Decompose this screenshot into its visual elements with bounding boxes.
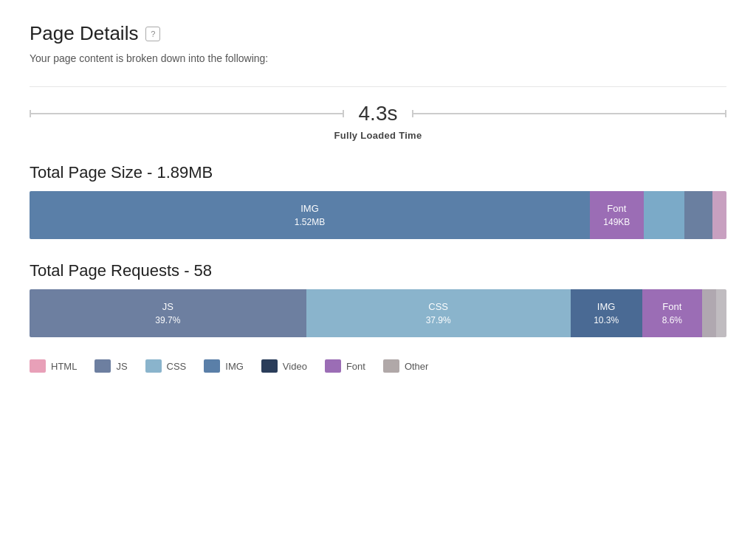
bar-segment — [684, 191, 712, 239]
bar-segment: Font8.6% — [642, 289, 702, 337]
bar-segment-label: CSS — [428, 300, 448, 314]
bar-segment — [712, 191, 726, 239]
legend-item: JS — [94, 359, 127, 373]
bar-segment: Font149KB — [590, 191, 644, 239]
bar-segment-value: 8.6% — [662, 314, 682, 327]
timeline-section: 4.3s Fully Loaded Time — [30, 102, 726, 141]
timeline-label: Fully Loaded Time — [30, 130, 726, 141]
bar-segment-value: 1.52MB — [295, 215, 325, 229]
top-divider — [30, 86, 726, 87]
bar-segment-label: JS — [162, 300, 173, 314]
legend-label: Font — [346, 361, 365, 372]
bar-segment: CSS37.9% — [306, 289, 571, 337]
page-size-chart: IMG1.52MBFont149KB — [30, 191, 726, 239]
legend-swatch — [204, 359, 220, 373]
legend-item: HTML — [30, 359, 77, 373]
bar-segment — [716, 289, 726, 337]
timeline-line-left — [30, 113, 344, 114]
bar-segment-label: Font — [607, 201, 626, 216]
subtitle: Your page content is broken down into th… — [30, 52, 726, 64]
timeline-bar: 4.3s — [30, 102, 726, 125]
bar-segment — [644, 191, 685, 239]
bar-segment: IMG1.52MB — [30, 191, 590, 239]
timeline-value: 4.3s — [344, 102, 413, 125]
page-title-row: Page Details ? — [30, 22, 726, 45]
legend-swatch — [145, 359, 162, 373]
page-requests-chart: JS39.7%CSS37.9%IMG10.3%Font8.6% — [30, 289, 726, 337]
legend-item: Video — [261, 359, 307, 373]
legend-item: Other — [383, 359, 429, 373]
legend-swatch — [383, 359, 399, 373]
legend-item: CSS — [145, 359, 187, 373]
bar-segment-label: IMG — [597, 300, 616, 314]
legend-item: Font — [325, 359, 365, 373]
legend-swatch — [325, 359, 341, 373]
legend-label: Other — [405, 361, 429, 372]
bar-segment-label: IMG — [300, 201, 319, 216]
bar-segment-value: 10.3% — [594, 314, 619, 327]
legend-swatch — [94, 359, 111, 373]
timeline-line-right — [412, 113, 726, 114]
bar-segment-value: 39.7% — [155, 314, 180, 327]
legend-label: IMG — [225, 361, 244, 372]
bar-segment-label: Font — [662, 300, 681, 314]
legend-swatch — [261, 359, 278, 373]
legend-swatch — [30, 359, 46, 373]
legend-label: Video — [283, 361, 307, 372]
help-badge[interactable]: ? — [145, 27, 160, 41]
page-title: Page Details — [30, 22, 138, 45]
bar-segment: JS39.7% — [30, 289, 306, 337]
bar-segment: IMG10.3% — [571, 289, 642, 337]
legend-item: IMG — [204, 359, 244, 373]
legend-label: HTML — [51, 361, 77, 372]
legend-label: CSS — [167, 361, 187, 372]
page-size-header: Total Page Size - 1.89MB — [30, 163, 726, 182]
legend-label: JS — [116, 361, 127, 372]
bar-segment — [702, 289, 716, 337]
bar-segment-value: 37.9% — [426, 314, 451, 327]
legend: HTMLJSCSSIMGVideoFontOther — [30, 359, 726, 373]
page-requests-header: Total Page Requests - 58 — [30, 261, 726, 280]
bar-segment-value: 149KB — [603, 215, 630, 229]
